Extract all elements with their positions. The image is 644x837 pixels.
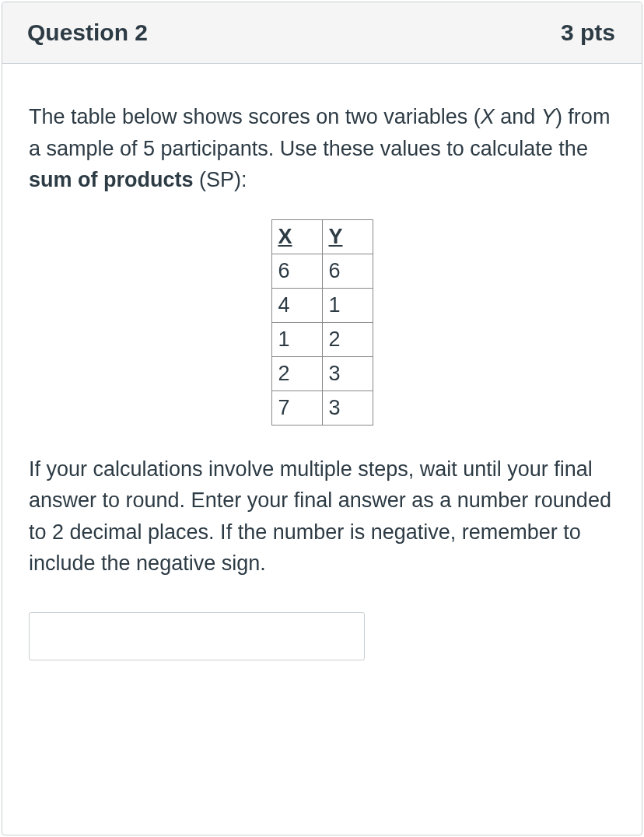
table-row: 6 6 <box>271 254 373 288</box>
table-cell: 1 <box>271 322 322 356</box>
intro-and: and <box>495 105 541 128</box>
answer-input[interactable] <box>29 612 365 660</box>
question-container: Question 2 3 pts The table below shows s… <box>2 2 642 835</box>
intro-text-1: The table below shows scores on two vari… <box>29 105 481 128</box>
question-intro: The table below shows scores on two vari… <box>29 101 615 196</box>
table-row: 7 3 <box>271 390 373 425</box>
table-row: 1 2 <box>271 322 373 356</box>
table-cell: 2 <box>271 356 322 390</box>
question-header: Question 2 3 pts <box>2 2 642 64</box>
question-body: The table below shows scores on two vari… <box>2 64 642 684</box>
table-header-row: X Y <box>271 219 373 254</box>
question-title: Question 2 <box>27 19 148 46</box>
table-cell: 3 <box>322 390 373 425</box>
intro-x-var: X <box>481 105 495 128</box>
table-cell: 6 <box>271 254 322 288</box>
intro-text-3: (SP): <box>194 168 247 191</box>
table-cell: 2 <box>322 322 373 356</box>
table-header-y: Y <box>322 219 373 254</box>
table-cell: 7 <box>271 390 322 425</box>
table-header-x: X <box>271 219 322 254</box>
table-row: 4 1 <box>271 288 373 322</box>
table-cell: 4 <box>271 288 322 322</box>
question-points: 3 pts <box>561 19 615 46</box>
table-row: 2 3 <box>271 356 373 390</box>
data-table: X Y 6 6 4 1 1 2 2 3 <box>271 219 373 426</box>
intro-y-var: Y <box>541 105 555 128</box>
table-cell: 3 <box>322 356 373 390</box>
intro-bold: sum of products <box>29 168 194 191</box>
question-instruction: If your calculations involve multiple st… <box>29 454 615 580</box>
table-cell: 1 <box>322 288 373 322</box>
table-cell: 6 <box>322 254 373 288</box>
